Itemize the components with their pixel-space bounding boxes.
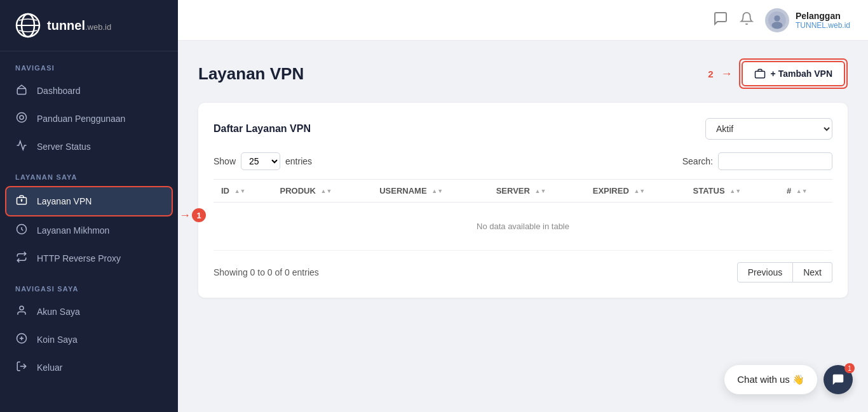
col-expired-label: EXPIRED [593,186,629,196]
activity-icon [15,140,28,154]
sort-username-icon: ▲▼ [431,189,443,194]
sidebar-item-koin-label: Koin Saya [37,335,78,345]
avatar [765,8,789,32]
showing-entries-text: Showing 0 to 0 of 0 entries [214,267,319,277]
avatar-icon [768,11,786,29]
svg-rect-3 [17,89,26,95]
sidebar-item-vpn-label: Layanan VPN [37,196,92,206]
chat-button[interactable]: 1 [824,365,853,394]
search-input[interactable] [718,152,832,170]
annotation-1-number: 1 [192,208,206,222]
add-vpn-icon [754,68,766,79]
status-filter-select[interactable]: Aktif Semua Nonaktif Expired [705,118,832,140]
entries-per-page-select[interactable]: 25 10 50 100 [241,152,280,170]
table-footer: Showing 0 to 0 of 0 entries Previous Nex… [214,262,832,282]
col-username[interactable]: USERNAME ▲▼ [372,180,488,203]
add-btn-annotation: 2 [708,69,713,79]
sidebar-item-dashboard-label: Dashboard [37,86,81,96]
show-entries-group: Show 25 10 50 100 entries [214,152,312,170]
vpn-icon [15,194,28,208]
user-name: Pelanggan [796,11,850,21]
bell-icon[interactable] [740,11,754,29]
sort-produk-icon: ▲▼ [320,189,332,194]
add-vpn-button[interactable]: + Tambah VPN [742,61,845,86]
table-controls: Show 25 10 50 100 entries Search: [214,152,832,170]
svg-point-5 [20,116,24,119]
sort-server-icon: ▲▼ [535,189,546,194]
sidebar-item-server-label: Server Status [37,142,91,152]
nav-section-layanan: LAYANAN SAYA [0,161,178,186]
sidebar-item-mikhmon-label: Layanan Mikhmon [37,225,109,236]
col-status[interactable]: STATUS ▲▼ [686,180,779,203]
show-label: Show [214,156,236,166]
logout-icon [15,361,28,375]
arrow-icon: → [721,67,733,81]
sidebar-item-koin[interactable]: Koin Saya [0,326,178,354]
page-body: Layanan VPN 2 → + Tambah VPN Daftar Laya… [178,41,868,412]
sort-status-icon: ▲▼ [729,189,741,194]
card-title: Daftar Layanan VPN [214,123,311,135]
sidebar-item-akun[interactable]: Akun Saya [0,298,178,326]
chat-button-icon [831,373,845,387]
col-expired[interactable]: EXPIRED ▲▼ [585,180,686,203]
table-body: No data available in table [214,203,832,251]
add-btn-container: 2 → + Tambah VPN [708,58,848,89]
table-header: ID ▲▼ PRODUK ▲▼ USERNAME ▲▼ SERVER [214,180,832,203]
col-produk[interactable]: PRODUK ▲▼ [273,180,372,203]
sidebar-item-mikhmon[interactable]: Layanan Mikhmon [0,216,178,244]
svg-point-17 [771,22,782,29]
search-group: Search: [682,152,832,170]
svg-point-4 [17,113,27,123]
chat-widget: Chat with us 👋 1 [724,365,853,394]
page-header: Layanan VPN 2 → + Tambah VPN [198,58,848,89]
header: Pelanggan TUNNEL.web.id [178,0,868,41]
sidebar-item-akun-label: Akun Saya [37,307,80,317]
svg-point-16 [774,15,780,21]
sidebar-item-keluar[interactable]: Keluar [0,354,178,382]
logo-name: tunnel.web.id [47,18,111,32]
vpn-card: Daftar Layanan VPN Aktif Semua Nonaktif … [198,103,848,298]
pagination: Previous Next [737,262,832,282]
previous-button[interactable]: Previous [737,262,793,282]
user-subtitle: TUNNEL.web.id [796,21,850,30]
nav-section-navigasi-saya: NAVIGASI SAYA [0,272,178,298]
card-header: Daftar Layanan VPN Aktif Semua Nonaktif … [214,118,832,140]
sidebar-item-panduan-label: Panduan Penggunaan [37,114,125,124]
svg-point-8 [21,199,22,201]
annotation-1-arrow: → [179,209,191,222]
vpn-table: ID ▲▼ PRODUK ▲▼ USERNAME ▲▼ SERVER [214,179,832,251]
col-server[interactable]: SERVER ▲▼ [489,180,585,203]
col-produk-label: PRODUK [280,186,316,196]
sidebar-item-dashboard[interactable]: Dashboard [0,77,178,105]
logo-text-group: tunnel.web.id [47,18,111,33]
next-button[interactable]: Next [793,262,832,282]
col-username-label: USERNAME [379,186,426,196]
no-data-row: No data available in table [214,203,832,251]
sidebar-item-server-status[interactable]: Server Status [0,133,178,161]
book-icon [15,112,28,126]
col-id-label: ID [221,186,229,196]
add-btn-wrapper: + Tambah VPN [739,58,848,89]
nav-section-navigasi: NAVIGASI [0,51,178,77]
chat-badge: 1 [844,363,855,373]
home-icon [15,84,28,98]
add-vpn-label: + Tambah VPN [771,69,832,79]
sidebar-item-panduan[interactable]: Panduan Penggunaan [0,105,178,133]
chat-bubble[interactable]: Chat with us 👋 [724,365,817,394]
sidebar-item-http-proxy[interactable]: HTTP Reverse Proxy [0,244,178,272]
sidebar-item-layanan-vpn[interactable]: Layanan VPN [6,187,172,215]
mikhmon-icon [15,223,28,237]
chat-header-icon[interactable] [713,11,728,29]
sidebar: tunnel.web.id NAVIGASI Dashboard Panduan… [0,0,178,412]
col-action[interactable]: # ▲▼ [779,180,832,203]
col-status-label: STATUS [693,186,725,196]
coin-icon [15,333,28,347]
col-id[interactable]: ID ▲▼ [214,180,273,203]
user-menu[interactable]: Pelanggan TUNNEL.web.id [765,8,850,32]
svg-rect-18 [755,71,764,78]
sidebar-item-proxy-label: HTTP Reverse Proxy [37,253,121,263]
sidebar-logo: tunnel.web.id [0,0,178,51]
proxy-icon [15,251,28,265]
col-action-label: # [787,186,791,196]
entries-label: entries [285,156,312,166]
